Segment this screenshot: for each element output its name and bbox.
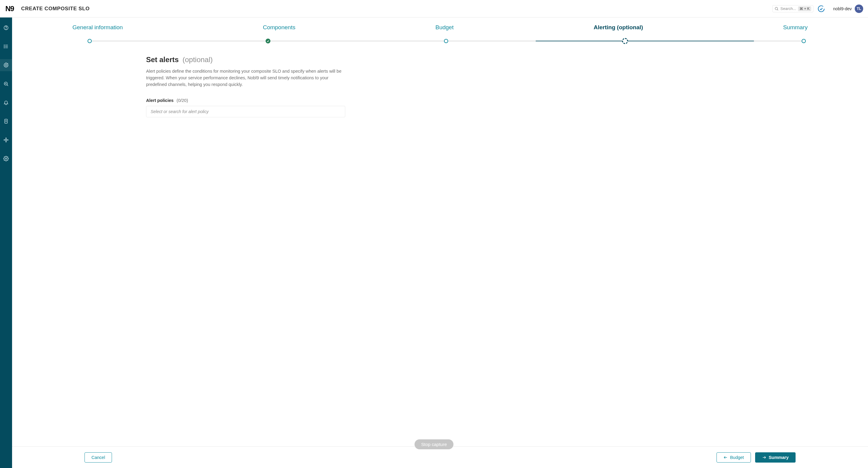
cancel-label: Cancel (91, 455, 105, 460)
track-line-fill (536, 41, 754, 41)
clipboard-icon (3, 119, 9, 124)
step-dot-summary[interactable] (802, 39, 806, 43)
sidebar-item-settings[interactable] (0, 153, 12, 165)
search-kbd: ⌘ + K (798, 6, 811, 11)
arrow-right-icon (762, 455, 766, 460)
target-icon (3, 62, 9, 68)
svg-point-2 (818, 6, 824, 12)
stop-capture-label: Stop capture (421, 442, 447, 447)
sidebar (0, 18, 12, 468)
sidebar-item-integrations[interactable] (0, 134, 12, 146)
avatar-initials: TL (857, 7, 861, 11)
user-org[interactable]: nobl9-dev (833, 6, 852, 11)
step-dot-alerting[interactable] (622, 38, 628, 44)
avatar[interactable]: TL (855, 4, 863, 13)
step-dot-budget[interactable] (444, 39, 448, 43)
svg-point-9 (4, 46, 4, 47)
list-icon (3, 44, 9, 49)
bell-icon (3, 100, 9, 105)
svg-point-25 (7, 140, 8, 140)
svg-point-10 (4, 48, 4, 48)
check-icon (267, 39, 270, 42)
svg-point-0 (775, 7, 777, 10)
section-description: Alert policies define the conditions for… (146, 68, 345, 88)
sidebar-item-analytics[interactable] (0, 78, 12, 90)
main: General information Components Budget Al… (12, 18, 868, 468)
alert-policies-label: Alert policies (0/20) (146, 98, 345, 103)
step-budget[interactable]: Budget (435, 24, 454, 31)
analytics-icon (3, 81, 9, 87)
step-summary[interactable]: Summary (783, 24, 808, 31)
search-icon (774, 7, 779, 11)
cancel-button[interactable]: Cancel (85, 452, 112, 463)
logo-text: N9 (5, 4, 14, 13)
back-button[interactable]: Budget (716, 452, 751, 463)
help-icon (3, 25, 9, 30)
svg-point-22 (6, 138, 6, 138)
svg-point-24 (4, 140, 4, 140)
back-label: Budget (730, 455, 744, 460)
alert-policy-select[interactable]: Select or search for alert policy (146, 106, 345, 117)
logo[interactable]: N9 (4, 0, 16, 18)
stepper: General information Components Budget Al… (12, 18, 868, 43)
sidebar-item-alerts[interactable] (0, 97, 12, 108)
settings-icon (3, 156, 9, 161)
integrations-icon (3, 137, 9, 143)
content: Set alerts (optional) Alert policies def… (12, 43, 868, 446)
field-label-text: Alert policies (146, 98, 174, 103)
svg-line-14 (7, 85, 8, 86)
section-title: Set alerts (optional) (146, 56, 345, 64)
step-dot-components[interactable] (266, 39, 271, 43)
svg-point-8 (4, 45, 4, 45)
sidebar-item-help[interactable] (0, 22, 12, 34)
search-input[interactable]: Search... ⌘ + K (772, 5, 813, 12)
step-general-info[interactable]: General information (72, 24, 123, 31)
next-label: Summary (769, 455, 788, 460)
step-alerting[interactable]: Alerting (optional) (594, 24, 643, 31)
page-title: CREATE COMPOSITE SLO (21, 6, 90, 12)
svg-line-1 (777, 9, 778, 10)
stop-capture-button[interactable]: Stop capture (414, 439, 453, 449)
section-title-suffix: (optional) (183, 56, 213, 64)
arrow-left-icon (723, 455, 728, 460)
svg-point-12 (5, 64, 7, 66)
sidebar-item-target[interactable] (0, 59, 12, 71)
sidebar-item-list[interactable] (0, 40, 12, 53)
step-dot-general[interactable] (88, 39, 92, 43)
sidebar-item-reports[interactable] (0, 115, 12, 127)
status-check-icon[interactable] (817, 5, 825, 12)
footer: Cancel Budget Summary (12, 446, 868, 468)
svg-point-30 (5, 158, 7, 160)
search-placeholder: Search... (780, 6, 796, 11)
next-button[interactable]: Summary (755, 452, 796, 463)
svg-point-23 (6, 141, 6, 142)
section-title-main: Set alerts (146, 56, 179, 64)
step-components[interactable]: Components (263, 24, 296, 31)
svg-point-21 (5, 139, 7, 141)
field-label-count: (0/20) (177, 98, 188, 103)
svg-point-4 (6, 29, 6, 29)
topbar: N9 CREATE COMPOSITE SLO Search... ⌘ + K … (0, 0, 868, 18)
